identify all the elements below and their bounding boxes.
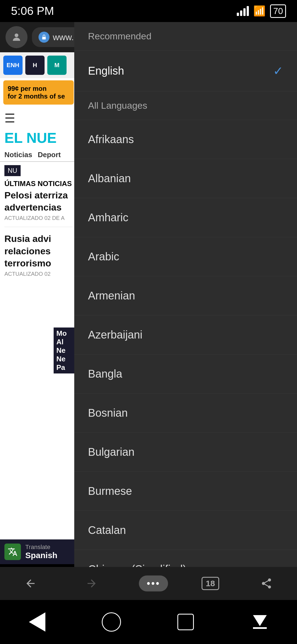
dropdown-item-amharic[interactable]: Amharic bbox=[74, 198, 297, 237]
more-button[interactable]: ••• bbox=[139, 575, 168, 591]
dropdown-item-albanian[interactable]: Albanian bbox=[74, 159, 297, 198]
language-dropdown: RecommendedEnglish✓All LanguagesAfrikaan… bbox=[74, 22, 297, 567]
battery-icon: 70 bbox=[270, 4, 286, 18]
second-popup: Mo Al Ne Ne Pa bbox=[54, 328, 77, 373]
site-name: EL NUE bbox=[0, 130, 77, 148]
dropdown-item-afrikaans[interactable]: Afrikaans bbox=[74, 120, 297, 159]
tabs-button[interactable]: 18 bbox=[202, 577, 219, 590]
share-button[interactable] bbox=[253, 572, 280, 594]
ad-banner: 99¢ per monfor 2 months of se bbox=[3, 80, 74, 105]
ultimas-label: ÚLTIMAS NOTICIAS bbox=[4, 179, 73, 188]
checkmark-icon: ✓ bbox=[273, 64, 283, 78]
news-date-1: ACTUALIZADO 02 DE A bbox=[4, 215, 73, 221]
news-date-2: ACTUALIZADO 02 bbox=[4, 271, 73, 277]
status-bar: 5:06 PM 📶 70 bbox=[0, 0, 297, 22]
svg-rect-1 bbox=[42, 37, 46, 39]
dropdown-item-azerbaijani[interactable]: Azerbaijani bbox=[74, 315, 297, 354]
dropdown-item-burmese[interactable]: Burmese bbox=[74, 472, 297, 511]
forward-button[interactable] bbox=[78, 572, 105, 594]
logo-herald: H bbox=[25, 56, 45, 75]
nav-noticias[interactable]: Noticias bbox=[4, 151, 32, 159]
logo-m: M bbox=[47, 56, 67, 75]
dropdown-section-header-2: All Languages bbox=[74, 91, 297, 120]
news-logos: ENH H M bbox=[0, 52, 77, 78]
profile-button[interactable] bbox=[6, 26, 28, 48]
status-icons: 📶 70 bbox=[237, 4, 286, 18]
news-badge: NU bbox=[4, 165, 21, 176]
news-section-2: Rusia advirelacionesterrorismo ACTUALIZA… bbox=[0, 229, 77, 280]
translate-label: Translate bbox=[25, 544, 57, 551]
dropdown-item-bosnian[interactable]: Bosnian bbox=[74, 394, 297, 433]
translate-language: Spanish bbox=[25, 551, 57, 560]
lock-icon bbox=[38, 32, 50, 43]
dropdown-item-armenian[interactable]: Armenian bbox=[74, 276, 297, 315]
dropdown-item-bulgarian[interactable]: Bulgarian bbox=[74, 433, 297, 472]
translate-bar[interactable]: Translate Spanish bbox=[0, 539, 77, 564]
system-nav bbox=[0, 600, 297, 644]
signal-icon bbox=[237, 6, 249, 16]
dropdown-item-english[interactable]: English✓ bbox=[74, 51, 297, 91]
back-button[interactable] bbox=[17, 572, 44, 594]
dropdown-section-header-0: Recommended bbox=[74, 22, 297, 51]
browser-bottom-bar: ••• 18 bbox=[0, 567, 297, 600]
square-nav-button[interactable] bbox=[169, 611, 202, 633]
home-nav-button[interactable] bbox=[95, 611, 128, 633]
download-nav-button[interactable] bbox=[243, 611, 276, 633]
dropdown-item-catalan[interactable]: Catalan bbox=[74, 511, 297, 550]
news-title-1: Pelosi aterrizaadvertencias bbox=[4, 189, 73, 213]
dropdown-item-arabic[interactable]: Arabic bbox=[74, 237, 297, 276]
wifi-icon: 📶 bbox=[253, 5, 266, 17]
logo-enh: ENH bbox=[3, 56, 23, 75]
language-list: RecommendedEnglish✓All LanguagesAfrikaan… bbox=[74, 22, 297, 567]
status-time: 5:06 PM bbox=[11, 4, 54, 18]
news-divider bbox=[4, 227, 73, 227]
svg-point-0 bbox=[15, 34, 18, 37]
translate-icon bbox=[4, 544, 21, 560]
translate-info: Translate Spanish bbox=[25, 544, 57, 560]
news-title-2: Rusia advirelacionesterrorismo bbox=[4, 233, 73, 269]
nav-deporte[interactable]: Deport bbox=[38, 151, 61, 159]
news-section-1: ÚLTIMAS NOTICIAS Pelosi aterrizaadverten… bbox=[0, 176, 77, 225]
web-content: ENH H M 99¢ per monfor 2 months of se ☰ … bbox=[0, 52, 77, 548]
hamburger-icon[interactable]: ☰ bbox=[0, 107, 77, 130]
dropdown-item-chinese--simplified-[interactable]: Chinese (Simplified) bbox=[74, 550, 297, 567]
back-nav-button[interactable] bbox=[21, 611, 54, 633]
dropdown-item-bangla[interactable]: Bangla bbox=[74, 354, 297, 394]
nav-bar: Noticias Deport bbox=[0, 148, 77, 162]
